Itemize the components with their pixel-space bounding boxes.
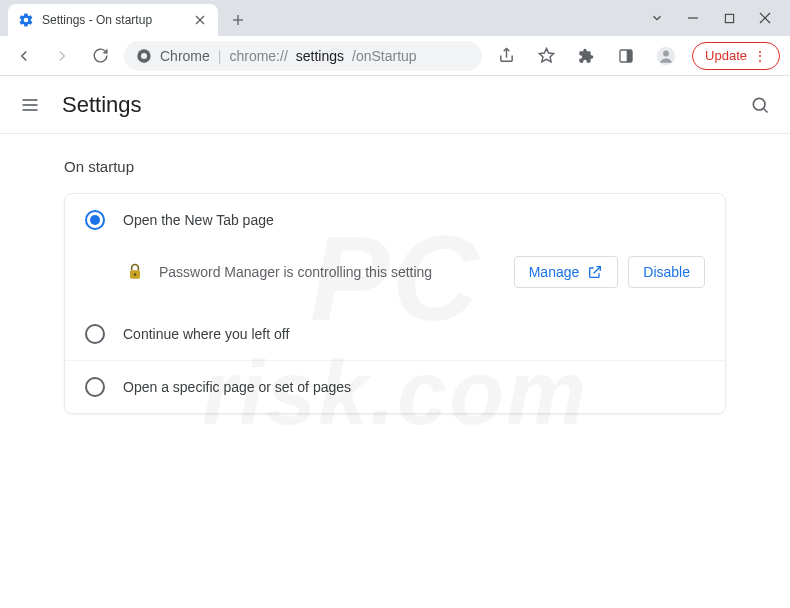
svg-point-22	[134, 273, 137, 276]
browser-tab[interactable]: Settings - On startup	[8, 4, 218, 36]
page-title: Settings	[62, 92, 142, 118]
reload-button[interactable]	[86, 42, 114, 70]
share-icon[interactable]	[492, 42, 520, 70]
controlled-message: Password Manager is controlling this set…	[159, 264, 432, 280]
window-controls	[648, 0, 784, 36]
section-title: On startup	[64, 158, 726, 175]
svg-point-15	[663, 50, 669, 56]
settings-header: Settings	[0, 76, 790, 134]
radio-button[interactable]	[85, 377, 105, 397]
svg-rect-13	[627, 50, 632, 62]
sidepanel-icon[interactable]	[612, 42, 640, 70]
manage-button[interactable]: Manage	[514, 256, 619, 288]
option-open-new-tab[interactable]: Open the New Tab page	[65, 194, 725, 246]
new-tab-button[interactable]	[224, 6, 252, 34]
close-tab-icon[interactable]	[192, 12, 208, 28]
window-titlebar: Settings - On startup	[0, 0, 790, 36]
option-specific-pages[interactable]: Open a specific page or set of pages	[65, 360, 725, 413]
omnibox-path-rest: /onStartup	[352, 48, 417, 64]
browser-toolbar: Chrome | chrome://settings/onStartup Upd…	[0, 36, 790, 76]
profile-icon[interactable]	[652, 42, 680, 70]
external-link-icon	[587, 264, 603, 280]
close-window-button[interactable]	[756, 9, 774, 27]
gear-icon	[18, 12, 34, 28]
option-label: Open the New Tab page	[123, 212, 274, 228]
omnibox-path-strong: settings	[296, 48, 344, 64]
forward-button[interactable]	[48, 42, 76, 70]
omnibox-security-label: Chrome	[160, 48, 210, 64]
settings-content: On startup Open the New Tab page Passwor…	[0, 134, 790, 438]
option-label: Open a specific page or set of pages	[123, 379, 351, 395]
svg-point-9	[141, 53, 147, 59]
menu-dots-icon: ⋮	[753, 48, 767, 64]
svg-rect-5	[725, 14, 733, 22]
maximize-button[interactable]	[720, 9, 738, 27]
bookmark-icon[interactable]	[532, 42, 560, 70]
tab-title: Settings - On startup	[42, 13, 152, 27]
radio-button[interactable]	[85, 324, 105, 344]
address-bar[interactable]: Chrome | chrome://settings/onStartup	[124, 41, 482, 71]
lock-icon	[125, 262, 145, 282]
extension-controlled-notice: Password Manager is controlling this set…	[65, 246, 725, 308]
svg-marker-11	[539, 48, 553, 61]
omnibox-host: chrome://	[229, 48, 287, 64]
startup-options-card: Open the New Tab page Password Manager i…	[64, 193, 726, 414]
minimize-button[interactable]	[684, 9, 702, 27]
site-info-icon[interactable]	[136, 48, 152, 64]
svg-line-20	[764, 108, 768, 112]
update-button[interactable]: Update ⋮	[692, 42, 780, 70]
svg-point-19	[753, 98, 765, 110]
hamburger-menu-icon[interactable]	[18, 93, 42, 117]
extensions-icon[interactable]	[572, 42, 600, 70]
option-continue[interactable]: Continue where you left off	[65, 308, 725, 360]
disable-button[interactable]: Disable	[628, 256, 705, 288]
search-icon[interactable]	[748, 93, 772, 117]
chevron-down-icon[interactable]	[648, 9, 666, 27]
radio-button[interactable]	[85, 210, 105, 230]
back-button[interactable]	[10, 42, 38, 70]
option-label: Continue where you left off	[123, 326, 289, 342]
